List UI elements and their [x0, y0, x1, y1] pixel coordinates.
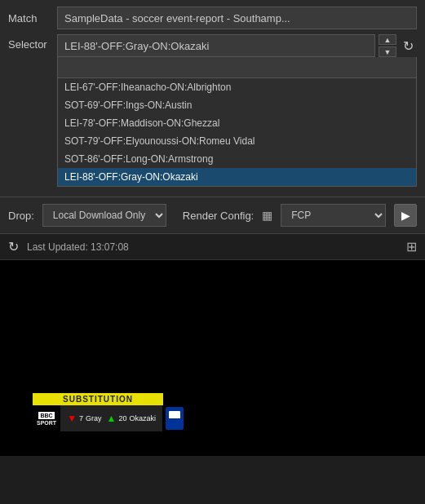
last-updated-time: 13:07:08 — [91, 241, 129, 253]
selector-input-wrapper: ▲ ▼ ↻ — [57, 34, 417, 57]
sub-body: BBC SPORT ▼ 7 Gray ▲ 20 Okazaki — [33, 405, 184, 431]
player-in: ▲ 20 Okazaki — [107, 413, 156, 424]
selector-row: Selector ▲ ▼ ↻ LEI-67'-OFF:Iheanacho-ON:… — [8, 34, 417, 187]
player-out: ▼ 7 Gray — [67, 413, 101, 424]
status-text: Last Updated: 13:07:08 — [27, 241, 129, 253]
arrow-up-icon: ▲ — [107, 413, 117, 424]
selector-refresh-button[interactable]: ↻ — [400, 38, 417, 54]
match-input[interactable] — [57, 7, 417, 29]
bbc-sport-logo: BBC SPORT — [33, 405, 60, 431]
last-updated-label: Last Updated: — [27, 241, 88, 253]
preview-area: SUBSTITUTION BBC SPORT ▼ 7 Gray ▲ 20 Oka… — [0, 260, 425, 456]
player-in-number: 20 — [118, 414, 126, 422]
badge-inner — [169, 411, 180, 426]
top-section: Match Selector ▲ ▼ ↻ LEI-67'-OFF:Iheanac… — [0, 0, 425, 197]
drop-select[interactable]: Local Download Only Upload Both — [42, 204, 166, 227]
play-button[interactable]: ▶ — [394, 204, 417, 227]
film-strip-icon: ▦ — [262, 209, 272, 222]
dropdown-search-input[interactable] — [58, 57, 416, 78]
refresh-icon: ↻ — [403, 38, 414, 54]
dropdown-item[interactable]: SOT-69'-OFF:Ings-ON:Austin — [58, 96, 416, 114]
dropdown-item[interactable]: LEI-78'-OFF:Maddison-ON:Ghezzal — [58, 114, 416, 132]
render-select[interactable]: FCP Premiere Avid — [281, 204, 386, 227]
dropdown-item[interactable]: SOT-86'-OFF:Long-ON:Armstrong — [58, 150, 416, 168]
match-row: Match — [8, 7, 417, 29]
sport-text: SPORT — [37, 420, 56, 426]
selector-up-button[interactable]: ▲ — [379, 34, 396, 45]
status-row: ↻ Last Updated: 13:07:08 ⊞ — [0, 234, 425, 260]
selector-container: ▲ ▼ ↻ LEI-67'-OFF:Iheanacho-ON:Albrighto… — [57, 34, 417, 187]
player-out-name: Gray — [86, 414, 102, 422]
dropdown-item[interactable]: SOT-79'-OFF:Elyounoussi-ON:Romeu Vidal — [58, 132, 416, 150]
status-refresh-icon[interactable]: ↻ — [8, 239, 19, 254]
sub-title: SUBSTITUTION — [33, 393, 163, 405]
dropdown-item-selected[interactable]: LEI-88'-OFF:Gray-ON:Okazaki — [58, 168, 416, 186]
sub-players: ▼ 7 Gray ▲ 20 Okazaki — [60, 405, 162, 431]
render-config-label: Render Config: — [183, 210, 254, 222]
play-icon: ▶ — [401, 209, 410, 222]
drop-row: Drop: Local Download Only Upload Both Re… — [0, 197, 425, 234]
dropdown-item[interactable]: LEI-67'-OFF:Iheanacho-ON:Albrighton — [58, 78, 416, 96]
selector-input[interactable] — [57, 34, 375, 57]
player-in-name: Okazaki — [129, 414, 156, 422]
selector-label: Selector — [8, 34, 57, 51]
team-badge — [166, 407, 184, 430]
selector-dropdown: LEI-67'-OFF:Iheanacho-ON:Albrighton SOT-… — [57, 57, 417, 187]
selector-down-button[interactable]: ▼ — [379, 46, 396, 57]
selector-spinners: ▲ ▼ — [379, 34, 396, 57]
player-out-number: 7 — [79, 414, 83, 422]
film-icon: ⊞ — [406, 239, 417, 254]
drop-label: Drop: — [8, 210, 34, 222]
arrow-down-icon: ▼ — [67, 413, 77, 424]
substitution-graphic: SUBSTITUTION BBC SPORT ▼ 7 Gray ▲ 20 Oka… — [33, 393, 184, 431]
bbc-logo-text: BBC — [38, 412, 54, 419]
match-label: Match — [8, 12, 57, 24]
sub-graphic-container: SUBSTITUTION BBC SPORT ▼ 7 Gray ▲ 20 Oka… — [33, 393, 184, 431]
